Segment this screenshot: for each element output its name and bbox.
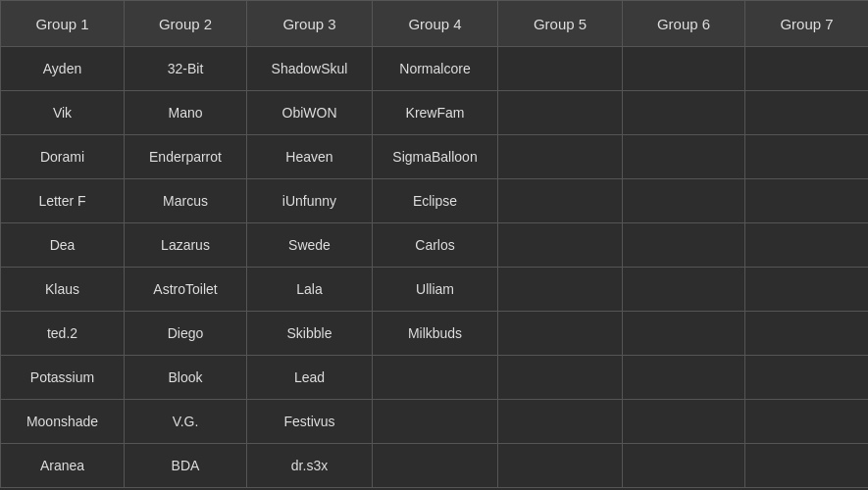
cell-r0-c0: Ayden [1, 47, 125, 91]
cell-r2-c5 [623, 135, 745, 179]
cell-r5-c6 [745, 268, 869, 312]
header-group-2: Group 2 [125, 1, 247, 47]
cell-r5-c5 [623, 268, 745, 312]
cell-r1-c4 [498, 91, 623, 135]
table-row: Letter FMarcusiUnfunnyEclipse [1, 179, 869, 223]
cell-r3-c5 [623, 179, 745, 223]
cell-r2-c2: Heaven [247, 135, 373, 179]
table-row: DoramiEnderparrotHeavenSigmaBalloon [1, 135, 869, 179]
cell-r6-c3: Milkbuds [373, 312, 498, 356]
cell-r8-c3 [373, 400, 498, 444]
header-group-5: Group 5 [498, 1, 623, 47]
cell-r2-c1: Enderparrot [125, 135, 247, 179]
cell-r7-c6 [745, 356, 869, 400]
cell-r0-c3: Normalcore [373, 47, 498, 91]
cell-r0-c1: 32-Bit [125, 47, 247, 91]
cell-r6-c6 [745, 312, 869, 356]
cell-r2-c3: SigmaBalloon [373, 135, 498, 179]
groups-table: Group 1Group 2Group 3Group 4Group 5Group… [0, 0, 868, 488]
cell-r1-c1: Mano [125, 91, 247, 135]
cell-r8-c0: Moonshade [1, 400, 125, 444]
table-row: AraneaBDAdr.s3x [1, 444, 869, 488]
cell-r4-c2: Swede [247, 223, 373, 268]
cell-r6-c0: ted.2 [1, 312, 125, 356]
cell-r8-c2: Festivus [247, 400, 373, 444]
table-row: PotassiumBlookLead [1, 356, 869, 400]
cell-r7-c0: Potassium [1, 356, 125, 400]
cell-r4-c3: Carlos [373, 223, 498, 268]
cell-r2-c0: Dorami [1, 135, 125, 179]
header-group-7: Group 7 [745, 1, 869, 47]
cell-r9-c4 [498, 444, 623, 488]
cell-r7-c4 [498, 356, 623, 400]
table-row: MoonshadeV.G.Festivus [1, 400, 869, 444]
table-row: VikManoObiWONKrewFam [1, 91, 869, 135]
cell-r9-c0: Aranea [1, 444, 125, 488]
cell-r2-c4 [498, 135, 623, 179]
cell-r4-c1: Lazarus [125, 223, 247, 268]
table-row: DeaLazarusSwedeCarlos [1, 223, 869, 268]
cell-r3-c0: Letter F [1, 179, 125, 223]
cell-r7-c5 [623, 356, 745, 400]
header-group-4: Group 4 [373, 1, 498, 47]
cell-r3-c2: iUnfunny [247, 179, 373, 223]
table-row: Ayden32-BitShadowSkulNormalcore [1, 47, 869, 91]
cell-r9-c2: dr.s3x [247, 444, 373, 488]
table-row: KlausAstroToiletLalaUlliam [1, 268, 869, 312]
cell-r8-c4 [498, 400, 623, 444]
cell-r1-c6 [745, 91, 869, 135]
cell-r5-c3: Ulliam [373, 268, 498, 312]
cell-r9-c3 [373, 444, 498, 488]
header-group-1: Group 1 [1, 1, 125, 47]
cell-r5-c4 [498, 268, 623, 312]
cell-r1-c2: ObiWON [247, 91, 373, 135]
cell-r7-c1: Blook [125, 356, 247, 400]
cell-r3-c3: Eclipse [373, 179, 498, 223]
cell-r9-c5 [623, 444, 745, 488]
header-group-3: Group 3 [247, 1, 373, 47]
cell-r4-c4 [498, 223, 623, 268]
cell-r7-c3 [373, 356, 498, 400]
cell-r3-c4 [498, 179, 623, 223]
cell-r4-c0: Dea [1, 223, 125, 268]
cell-r6-c2: Skibble [247, 312, 373, 356]
cell-r8-c5 [623, 400, 745, 444]
cell-r5-c1: AstroToilet [125, 268, 247, 312]
cell-r6-c5 [623, 312, 745, 356]
cell-r4-c5 [623, 223, 745, 268]
header-row: Group 1Group 2Group 3Group 4Group 5Group… [1, 1, 869, 47]
cell-r5-c2: Lala [247, 268, 373, 312]
cell-r1-c0: Vik [1, 91, 125, 135]
table-row: ted.2DiegoSkibbleMilkbuds [1, 312, 869, 356]
cell-r0-c4 [498, 47, 623, 91]
cell-r1-c5 [623, 91, 745, 135]
table-body: Ayden32-BitShadowSkulNormalcoreVikManoOb… [1, 47, 869, 488]
cell-r7-c2: Lead [247, 356, 373, 400]
cell-r8-c1: V.G. [125, 400, 247, 444]
cell-r6-c1: Diego [125, 312, 247, 356]
cell-r1-c3: KrewFam [373, 91, 498, 135]
cell-r5-c0: Klaus [1, 268, 125, 312]
cell-r9-c1: BDA [125, 444, 247, 488]
cell-r2-c6 [745, 135, 869, 179]
cell-r6-c4 [498, 312, 623, 356]
cell-r3-c1: Marcus [125, 179, 247, 223]
cell-r4-c6 [745, 223, 869, 268]
cell-r0-c5 [623, 47, 745, 91]
cell-r3-c6 [745, 179, 869, 223]
cell-r9-c6 [745, 444, 869, 488]
cell-r0-c2: ShadowSkul [247, 47, 373, 91]
header-group-6: Group 6 [623, 1, 745, 47]
cell-r0-c6 [745, 47, 869, 91]
cell-r8-c6 [745, 400, 869, 444]
